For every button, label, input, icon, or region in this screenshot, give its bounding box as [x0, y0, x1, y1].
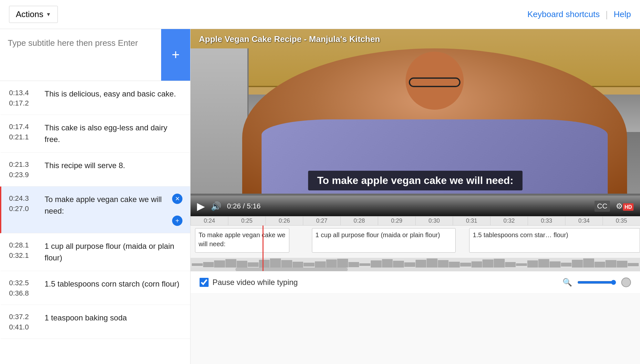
keyboard-shortcuts-link[interactable]: Keyboard shortcuts	[527, 9, 600, 19]
subtitle-text: This cake is also egg-less and dairy fre…	[45, 122, 182, 145]
time-column: 0:21.3 0:23.9	[9, 160, 38, 179]
subtitle-item[interactable]: 0:32.5 0:36.8 1.5 tablespoons corn starc…	[0, 271, 190, 305]
volume-button[interactable]: 🔊	[211, 201, 221, 211]
time-column: 0:24.3 0:27.0	[9, 194, 38, 213]
subtitle-input-area: +	[0, 29, 190, 81]
timeline-content: To make apple vegan cake we will need: 1…	[191, 226, 640, 271]
video-player: Apple Vegan Cake Recipe - Manjula's Kitc…	[191, 29, 640, 216]
start-time: 0:37.2	[9, 313, 38, 321]
settings-button[interactable]: ⚙HD	[616, 202, 634, 211]
pause-video-checkbox[interactable]	[200, 278, 209, 287]
subtitle-text: To make apple vegan cake we will need:	[45, 194, 169, 217]
ruler-tick: 0:24	[191, 217, 228, 225]
timeline-caption[interactable]: 1 cup all purpose flour (maida or plain …	[312, 228, 456, 253]
end-time: 0:23.9	[9, 171, 38, 179]
subtitle-text: 1.5 tablespoons corn starch (corn flour)	[45, 278, 182, 290]
top-right-links: Keyboard shortcuts | Help	[527, 9, 631, 20]
add-after-button[interactable]: +	[172, 216, 182, 226]
ruler-tick: 0:34	[565, 217, 603, 225]
end-time: 0:17.2	[9, 99, 38, 107]
start-time: 0:17.4	[9, 123, 38, 131]
main-content: + 0:13.4 0:17.2 This is delicious, easy …	[0, 29, 640, 364]
subtitle-item-active[interactable]: 0:24.3 0:27.0 To make apple vegan cake w…	[0, 187, 190, 233]
start-time: 0:21.3	[9, 160, 38, 169]
ruler-tick: 0:27	[303, 217, 340, 225]
ruler-tick: 0:25	[228, 217, 265, 225]
zoom-area: 🔍	[563, 278, 631, 287]
actions-caret-icon: ▼	[46, 12, 51, 17]
subtitle-item[interactable]: 0:13.4 0:17.2 This is delicious, easy an…	[0, 81, 190, 115]
end-time: 0:32.1	[9, 251, 38, 260]
ruler-tick: 0:30	[415, 217, 453, 225]
subtitle-item[interactable]: 0:37.2 0:41.0 1 teaspoon baking soda	[0, 305, 190, 339]
timeline-playhead[interactable]	[263, 226, 263, 271]
item-actions: ✕ +	[172, 194, 182, 226]
end-time: 0:27.0	[9, 205, 38, 213]
subtitle-input[interactable]	[0, 29, 161, 81]
pause-video-label: Pause video while typing	[212, 278, 298, 287]
timeline-ruler: 0:24 0:25 0:26 0:27 0:28 0:29 0:30 0:31 …	[191, 217, 640, 226]
subtitle-text: 1 cup all purpose flour (maida or plain …	[45, 240, 182, 264]
bottom-bar: Pause video while typing 🔍	[191, 271, 640, 293]
time-column: 0:32.5 0:36.8	[9, 278, 38, 298]
subtitle-item[interactable]: 0:17.4 0:21.1 This cake is also egg-less…	[0, 115, 190, 153]
start-time: 0:13.4	[9, 89, 38, 97]
settings-hd-area: ⚙HD	[616, 202, 634, 211]
top-bar: Actions ▼ Keyboard shortcuts | Help	[0, 0, 640, 29]
pause-checkbox-area: Pause video while typing	[200, 278, 298, 287]
help-link[interactable]: Help	[614, 9, 631, 19]
subtitle-item[interactable]: 0:21.3 0:23.9 This recipe will serve 8.	[0, 153, 190, 187]
hd-badge: HD	[623, 203, 634, 211]
zoom-slider[interactable]	[577, 280, 616, 285]
right-panel: Apple Vegan Cake Recipe - Manjula's Kitc…	[191, 29, 640, 364]
end-time: 0:21.1	[9, 133, 38, 141]
timeline-caption[interactable]: 1.5 tablespoons corn star… flour)	[469, 228, 640, 253]
ruler-tick: 0:33	[528, 217, 565, 225]
play-button[interactable]: ▶	[197, 200, 205, 212]
time-display: 0:26 / 5:16	[227, 202, 589, 210]
subtitle-text: 1 teaspoon baking soda	[45, 312, 182, 324]
subtitle-text: This recipe will serve 8.	[45, 160, 182, 171]
subtitle-item[interactable]: 0:28.1 0:32.1 1 cup all purpose flour (m…	[0, 233, 190, 271]
actions-button[interactable]: Actions ▼	[9, 6, 58, 23]
video-title: Apple Vegan Cake Recipe - Manjula's Kitc…	[199, 34, 380, 44]
zoom-knob[interactable]	[621, 278, 631, 287]
time-column: 0:28.1 0:32.1	[9, 240, 38, 260]
ruler-tick: 0:31	[453, 217, 490, 225]
video-controls: ▶ 🔊 0:26 / 5:16 CC ⚙HD	[191, 197, 640, 216]
timeline-scrollbar[interactable]	[191, 268, 640, 271]
timeline-scrollbar-thumb[interactable]	[235, 268, 348, 271]
add-subtitle-button[interactable]: +	[161, 29, 190, 81]
video-subtitle-overlay: To make apple vegan cake we will need:	[308, 171, 522, 190]
start-time: 0:32.5	[9, 279, 38, 287]
ruler-tick: 0:32	[490, 217, 528, 225]
end-time: 0:41.0	[9, 323, 38, 331]
timeline-caption[interactable]: To make apple vegan cake we will need:	[195, 228, 289, 253]
subtitle-text: This is delicious, easy and basic cake.	[45, 88, 182, 100]
remove-subtitle-button[interactable]: ✕	[172, 194, 182, 204]
time-column: 0:37.2 0:41.0	[9, 312, 38, 331]
time-column: 0:13.4 0:17.2	[9, 88, 38, 107]
cc-button[interactable]: CC	[594, 201, 610, 212]
subtitle-list: 0:13.4 0:17.2 This is delicious, easy an…	[0, 81, 190, 364]
zoom-search-icon: 🔍	[563, 278, 572, 287]
ruler-tick: 0:29	[378, 217, 415, 225]
actions-label: Actions	[16, 9, 43, 19]
end-time: 0:36.8	[9, 289, 38, 298]
link-divider: |	[605, 9, 608, 20]
left-panel: + 0:13.4 0:17.2 This is delicious, easy …	[0, 29, 191, 364]
ruler-tick: 0:35	[603, 217, 640, 225]
ruler-tick: 0:28	[340, 217, 378, 225]
timeline-area: 0:24 0:25 0:26 0:27 0:28 0:29 0:30 0:31 …	[191, 216, 640, 271]
start-time: 0:24.3	[9, 194, 38, 203]
start-time: 0:28.1	[9, 241, 38, 249]
ruler-tick: 0:26	[265, 217, 303, 225]
time-column: 0:17.4 0:21.1	[9, 122, 38, 141]
